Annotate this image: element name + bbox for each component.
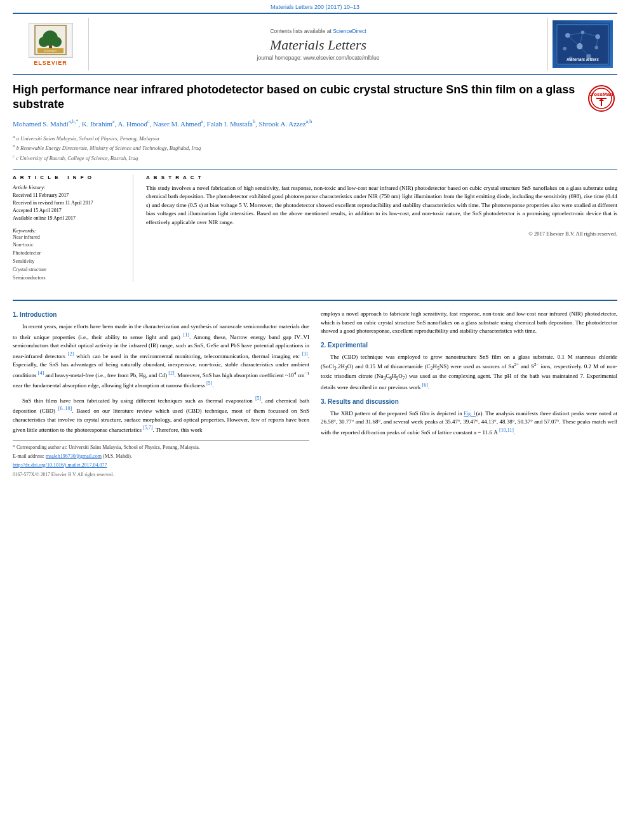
- author-azzez: Shrook A. Azzez: [258, 120, 305, 128]
- elsevier-logo: ELSEVIER ELSEVIER: [29, 23, 73, 66]
- ref-4[interactable]: [4]: [38, 370, 44, 376]
- elsevier-svg: ELSEVIER: [30, 24, 71, 56]
- article-title: High performance near infrared photodete…: [13, 83, 575, 110]
- section2-heading: 2. Experimental: [321, 340, 617, 350]
- author-mahdi: Mohamed S. Mahdi: [13, 120, 69, 128]
- journal-citation-bar: Materials Letters 200 (2017) 10–13: [0, 0, 630, 13]
- journal-name: Materials Letters: [95, 37, 541, 53]
- affil-b-text: b Renewable Energy Directorate, Ministry…: [17, 145, 201, 151]
- section1-heading: 1. Introduction: [13, 310, 309, 319]
- keyword-4: Sensitivity: [13, 258, 125, 266]
- content-divider: [13, 300, 617, 301]
- article-info-abstract-section: A R T I C L E I N F O Article history: R…: [13, 169, 617, 283]
- article-history: Article history: Received 11 February 20…: [13, 184, 125, 222]
- keyword-5: Crystal structure: [13, 266, 125, 274]
- elsevier-tree-logo: ELSEVIER: [29, 23, 73, 58]
- crossmark-badge[interactable]: CrossMark: [586, 83, 617, 114]
- ref-2[interactable]: [2]: [68, 351, 74, 357]
- email-link[interactable]: msaleh196730@gmail.com: [46, 453, 102, 459]
- keywords-title: Keywords:: [13, 227, 125, 234]
- affil-b: b b Renewable Energy Directorate, Minist…: [13, 143, 617, 152]
- journal-homepage: journal homepage: www.elsevier.com/locat…: [95, 55, 541, 61]
- svg-point-5: [51, 37, 62, 47]
- abstract-text: This study involves a novel fabrication …: [146, 184, 617, 227]
- ref-5[interactable]: [5]: [206, 380, 212, 386]
- experimental-para: The (CBD) technique was employed to grow…: [321, 353, 617, 392]
- copyright-line: © 2017 Elsevier B.V. All rights reserved…: [146, 230, 617, 237]
- ref-5-7[interactable]: [5,7]: [143, 425, 152, 430]
- ref-2b[interactable]: [2]: [168, 370, 174, 376]
- doi-link[interactable]: http://dx.doi.org/10.1016/j.matlet.2017.…: [13, 462, 107, 468]
- svg-text:materials letters: materials letters: [566, 57, 599, 62]
- ref-3[interactable]: [3]: [302, 351, 307, 357]
- author-hmood: A. Hmood: [118, 120, 147, 128]
- sciencedirect-line: Contents lists available at ScienceDirec…: [95, 28, 541, 34]
- crossmark-svg: CrossMark: [590, 87, 613, 110]
- article-info-column: A R T I C L E I N F O Article history: R…: [13, 175, 133, 283]
- svg-point-4: [39, 37, 49, 47]
- affil-c: c c University of Basrah, College of Sci…: [13, 153, 617, 163]
- authors-line: Mohamed S. Mahdia,b,*, K. Ibrahima, A. H…: [13, 119, 617, 130]
- article-content: High performance near infrared photodete…: [0, 75, 630, 295]
- journal-header: ELSEVIER ELSEVIER Contents lists availab…: [13, 13, 617, 75]
- keyword-3: Photodetector: [13, 250, 125, 258]
- footnote-section: * Corresponding author at: Universiti Sa…: [13, 440, 309, 478]
- svg-text:ELSEVIER: ELSEVIER: [44, 50, 57, 53]
- journal-citation: Materials Letters 200 (2017) 10–13: [271, 4, 359, 10]
- fig1-link[interactable]: Fig. 1: [464, 411, 476, 417]
- journal-info-footer: 0167-577X/© 2017 Elsevier B.V. All right…: [13, 471, 309, 478]
- doi-line: http://dx.doi.org/10.1016/j.matlet.2017.…: [13, 462, 309, 469]
- available-line: Available online 19 April 2017: [13, 215, 125, 222]
- article-info-heading: A R T I C L E I N F O: [13, 175, 125, 180]
- sciencedirect-link[interactable]: ScienceDirect: [333, 28, 366, 34]
- abstract-column: A B S T R A C T This study involves a no…: [146, 175, 617, 283]
- ref-6-10[interactable]: [6–10]: [58, 406, 72, 411]
- keywords-group: Keywords: Near infrared Non-toxic Photod…: [13, 227, 125, 283]
- intro-para2: SnS thin films have been fabricated by u…: [13, 395, 309, 435]
- ref-10-11[interactable]: [10,11]: [499, 427, 514, 433]
- section3-heading: 3. Results and discussion: [321, 397, 617, 406]
- main-body: 1. Introduction In recent years, major e…: [0, 306, 630, 484]
- author-ibrahim: K. Ibrahim: [82, 120, 112, 128]
- elsevier-label: ELSEVIER: [34, 60, 67, 66]
- page-container: Materials Letters 200 (2017) 10–13: [0, 0, 630, 484]
- received-line: Received 11 February 2017: [13, 192, 125, 199]
- body-right-column: employs a novel approach to fabricate hi…: [321, 310, 617, 478]
- email-label: E-mail address:: [13, 453, 46, 459]
- email-line: E-mail address: msaleh196730@gmail.com (…: [13, 453, 309, 460]
- materials-letters-logo: materials letters: [553, 20, 613, 68]
- affil-a-text: a Universiti Sains Malaysia, School of P…: [17, 135, 159, 142]
- intro-para-cont: employs a novel approach to fabricate hi…: [321, 310, 617, 336]
- intro-para1: In recent years, major efforts have been…: [13, 323, 309, 390]
- author-mustafa: Falah I. Mustafa: [207, 120, 253, 128]
- article-title-block: High performance near infrared photodete…: [13, 83, 617, 112]
- affil-a: a a Universiti Sains Malaysia, School of…: [13, 133, 617, 143]
- materials-letters-svg: materials letters: [556, 22, 610, 67]
- intro-cont-text: employs a novel approach to fabricate hi…: [321, 310, 617, 334]
- ref-6b[interactable]: [6]: [422, 382, 428, 388]
- affil-c-text: c University of Basrah, College of Scien…: [16, 155, 138, 161]
- abstract-heading: A B S T R A C T: [146, 175, 617, 180]
- accepted-line: Accepted 15 April 2017: [13, 207, 125, 215]
- crossmark-circle: CrossMark: [588, 85, 615, 112]
- revised-line: Received in revised form 11 April 2017: [13, 199, 125, 207]
- journal-logo-section: materials letters: [547, 18, 617, 70]
- corresponding-author: * Corresponding author at: Universiti Sa…: [13, 444, 309, 451]
- author-ahmed: Naser M. Ahmed: [153, 120, 201, 128]
- ref-5b[interactable]: [5]: [255, 396, 261, 401]
- authors-text: Mohamed S. Mahdia,b,*, K. Ibrahima, A. H…: [13, 120, 312, 128]
- body-left-column: 1. Introduction In recent years, major e…: [13, 310, 309, 478]
- homepage-text: journal homepage: www.elsevier.com/locat…: [257, 55, 380, 61]
- svg-text:CrossMark: CrossMark: [590, 91, 613, 97]
- keyword-2: Non-toxic: [13, 241, 125, 250]
- elsevier-logo-section: ELSEVIER ELSEVIER: [13, 18, 89, 70]
- svg-point-14: [563, 46, 566, 50]
- journal-title-section: Contents lists available at ScienceDirec…: [89, 18, 547, 70]
- results-para: The XRD pattern of the prepared SnS film…: [321, 410, 617, 437]
- contents-text: Contents lists available at: [270, 28, 331, 34]
- article-history-title: Article history:: [13, 184, 125, 190]
- affiliations-block: a a Universiti Sains Malaysia, School of…: [13, 133, 617, 163]
- keyword-1: Near infrared: [13, 234, 125, 242]
- ref-1[interactable]: [1]: [184, 332, 189, 338]
- keyword-6: Semiconductors: [13, 274, 125, 283]
